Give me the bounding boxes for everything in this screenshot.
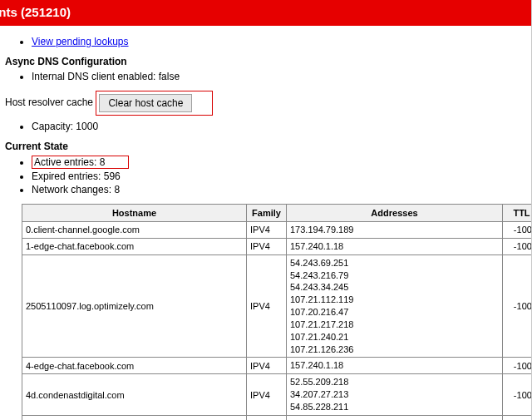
cell-family: IPV4 <box>247 238 287 254</box>
view-pending-lookups-link[interactable]: View pending lookups <box>32 36 129 47</box>
async-dns-heading: Async DNS Configuration <box>5 56 532 67</box>
capacity-list: Capacity: 1000 <box>5 121 532 132</box>
col-family: Family <box>247 205 287 222</box>
table-row: 4d.condenastdigital.comIPV452.55.209.218… <box>22 374 533 416</box>
cell-addresses: 52.55.209.21834.207.27.21354.85.228.211 <box>287 374 503 416</box>
cell-ttl: -1000 <box>503 358 533 374</box>
clear-host-cache-button[interactable]: Clear host cache <box>99 94 192 112</box>
cell-hostname: 2505110097.log.optimizely.com <box>22 254 247 358</box>
main-content: View pending lookups Async DNS Configura… <box>0 26 532 420</box>
col-addresses: Addresses <box>287 205 503 222</box>
cell-ttl: -1000 <box>503 222 533 239</box>
current-state-heading: Current State <box>5 141 532 152</box>
banner-title: ents (251210) <box>0 5 71 19</box>
table-row: 4-edge-chat.facebook.comIPV4157.240.1.18… <box>22 358 533 374</box>
list-item: View pending lookups <box>32 36 532 47</box>
network-changes-item: Network changes: 8 <box>32 184 532 195</box>
table-row: 2505110097.log.optimizely.comIPV454.243.… <box>22 254 533 358</box>
capacity-item: Capacity: 1000 <box>32 121 532 132</box>
cell-hostname: 0.client-channel.google.com <box>22 222 247 239</box>
dns-table: Hostname Family Addresses TTL 0.client-c… <box>22 204 532 420</box>
cell-addresses: 157.240.1.18 <box>287 358 503 374</box>
table-row: 0.client-channel.google.comIPV4173.194.7… <box>22 222 533 239</box>
cell-hostname: 6-edge-chat.facebook.com <box>22 415 247 420</box>
cell-hostname: 4d.condenastdigital.com <box>22 374 247 416</box>
cell-family: IPV4 <box>247 254 287 358</box>
col-ttl: TTL <box>503 205 533 222</box>
top-links-list: View pending lookups <box>5 36 532 47</box>
expired-entries-item: Expired entries: 596 <box>32 170 532 182</box>
highlight-box-active-entries: Active entries: 8 <box>32 156 129 169</box>
cell-ttl: -1000 <box>503 374 533 416</box>
highlight-box-clear-button: Clear host cache <box>96 91 213 116</box>
cell-family: IPV4 <box>247 358 287 374</box>
cell-family: IPV4 <box>247 222 287 239</box>
cell-hostname: 1-edge-chat.facebook.com <box>22 238 247 254</box>
cell-family: IPV4 <box>247 374 287 416</box>
cell-addresses: 157.240.1.18 <box>287 238 503 254</box>
cell-ttl: -1000 <box>503 254 533 358</box>
cell-hostname: 4-edge-chat.facebook.com <box>22 358 247 374</box>
table-row: 6-edge-chat.facebook.comIPV4157.240.1.18… <box>22 415 533 420</box>
dns-client-enabled: Internal DNS client enabled: false <box>32 71 532 82</box>
cell-addresses: 173.194.79.189 <box>287 222 503 239</box>
host-resolver-label: Host resolver cache <box>5 96 93 108</box>
page-banner: ents (251210) <box>0 0 532 26</box>
table-header-row: Hostname Family Addresses TTL <box>22 205 533 222</box>
col-hostname: Hostname <box>22 205 247 222</box>
cell-addresses: 157.240.1.18 <box>287 415 503 420</box>
cell-ttl: -1000 <box>503 415 533 420</box>
active-entries-item: Active entries: 8 <box>32 156 532 169</box>
dns-table-wrap: Hostname Family Addresses TTL 0.client-c… <box>22 204 532 420</box>
table-row: 1-edge-chat.facebook.comIPV4157.240.1.18… <box>22 238 533 254</box>
host-resolver-row: Host resolver cache Clear host cache <box>5 91 532 116</box>
current-state-list: Active entries: 8 Expired entries: 596 N… <box>5 156 532 195</box>
async-dns-list: Internal DNS client enabled: false <box>5 71 532 82</box>
cell-family: IPV4 <box>247 415 287 420</box>
cell-ttl: -1000 <box>503 238 533 254</box>
cell-addresses: 54.243.69.25154.243.216.7954.243.34.2451… <box>287 254 503 358</box>
